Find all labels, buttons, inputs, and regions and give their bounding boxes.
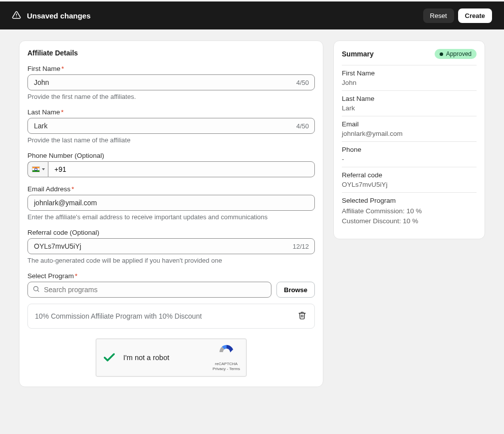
email-helper: Enter the affiliate's email address to r… [27, 213, 315, 221]
first-name-input[interactable] [27, 74, 315, 90]
phone-field: Phone Number (Optional) [27, 152, 315, 177]
required-asterisk: * [61, 108, 63, 116]
program-field: Select Program* Browse 10% Commission Af… [27, 272, 315, 329]
country-code-select[interactable] [27, 161, 48, 177]
referral-counter: 12/12 [292, 243, 309, 250]
email-field: Email Address* Enter the affiliate's ema… [27, 185, 315, 221]
summary-row-phone: Phone - [342, 141, 477, 167]
india-flag-icon [32, 166, 40, 172]
topbar-title: Unsaved changes [27, 11, 91, 20]
summary-row-firstname: First Name John [342, 65, 477, 90]
phone-label: Phone Number (Optional) [27, 152, 315, 159]
status-dot-icon [440, 52, 443, 56]
required-asterisk: * [61, 65, 64, 72]
status-text: Approved [446, 50, 472, 57]
browse-button[interactable]: Browse [276, 282, 315, 298]
first-name-field: First Name* 4/50 Provide the first name … [27, 65, 315, 100]
recaptcha-brand: reCAPTCHA [213, 362, 240, 367]
program-search-input[interactable] [27, 282, 271, 298]
last-name-label: Last Name* [27, 108, 315, 116]
unsaved-changes-bar: Unsaved changes Reset Create [0, 1, 504, 29]
first-name-counter: 4/50 [296, 79, 309, 86]
referral-field: Referral code (Optional) 12/12 The auto-… [27, 229, 315, 264]
status-badge: Approved [435, 49, 477, 59]
referral-input[interactable] [27, 238, 315, 254]
recaptcha-logo-icon [218, 344, 235, 361]
summary-row-program: Selected Program Affiliate Commission: 1… [342, 192, 477, 231]
chevron-down-icon [42, 168, 45, 170]
reset-button[interactable]: Reset [423, 8, 454, 23]
recaptcha-widget[interactable]: I'm not a robot reCAPTCHA Privacy - Term… [96, 339, 247, 377]
search-icon [32, 285, 40, 294]
last-name-field: Last Name* 4/50 Provide the last name of… [27, 108, 315, 144]
summary-row-email: Email johnlark@ymail.com [342, 116, 477, 141]
recaptcha-links[interactable]: Privacy - Terms [213, 367, 240, 372]
trash-icon [298, 311, 306, 320]
summary-row-referral: Referral code OYLs7mvU5iYj [342, 167, 477, 192]
last-name-helper: Provide the last name of the affiliate [27, 136, 315, 144]
remove-program-button[interactable] [297, 310, 307, 322]
summary-row-lastname: Last Name Lark [342, 90, 477, 116]
summary-card: Summary Approved First Name John Last Na… [333, 40, 485, 239]
last-name-counter: 4/50 [296, 122, 309, 130]
first-name-helper: Provide the first name of the affiliates… [27, 93, 315, 100]
referral-label: Referral code (Optional) [27, 229, 315, 236]
last-name-input[interactable] [27, 118, 315, 134]
affiliate-details-card: Affiliate Details First Name* 4/50 Provi… [19, 40, 323, 387]
required-asterisk: * [75, 272, 77, 280]
alert-icon [12, 10, 21, 21]
summary-title: Summary [342, 50, 374, 58]
card-title: Affiliate Details [27, 49, 315, 57]
recaptcha-checkmark-icon [102, 351, 116, 365]
first-name-label: First Name* [27, 65, 315, 72]
required-asterisk: * [71, 185, 74, 193]
referral-helper: The auto-generated code will be applied … [27, 257, 315, 264]
program-label: Select Program* [27, 272, 315, 280]
svg-line-3 [37, 290, 39, 292]
email-input[interactable] [27, 195, 315, 211]
email-label: Email Address* [27, 185, 315, 193]
phone-input[interactable] [48, 161, 315, 177]
create-button[interactable]: Create [458, 8, 492, 23]
selected-program-item: 10% Commission Affiliate Program with 10… [27, 304, 315, 329]
selected-program-label: 10% Commission Affiliate Program with 10… [35, 312, 202, 320]
svg-point-2 [34, 287, 38, 291]
recaptcha-label: I'm not a robot [123, 354, 169, 362]
